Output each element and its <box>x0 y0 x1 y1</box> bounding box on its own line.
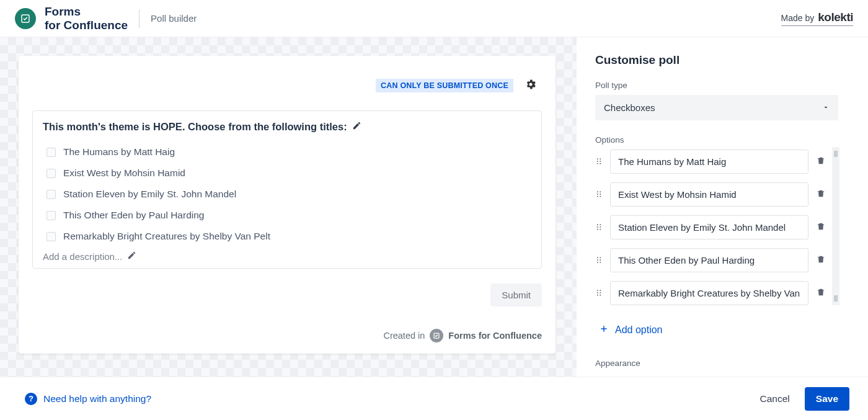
option-edit-row <box>595 281 826 305</box>
trash-icon[interactable] <box>816 254 826 267</box>
options-editor <box>595 150 838 305</box>
checkbox[interactable] <box>46 148 56 157</box>
poll-type-label: Poll type <box>595 81 838 90</box>
options-label: Options <box>595 135 838 145</box>
poll-option[interactable]: Station Eleven by Emily St. John Mandel <box>43 184 531 205</box>
svg-point-26 <box>597 290 598 291</box>
svg-point-3 <box>600 158 601 159</box>
svg-point-27 <box>600 290 601 291</box>
poll-type-select-wrap: Checkboxes <box>595 95 838 120</box>
app-title-line2: for Confluence <box>45 19 128 32</box>
trash-icon[interactable] <box>816 287 826 300</box>
sidebar-title: Customise poll <box>595 53 838 67</box>
svg-point-10 <box>597 194 598 195</box>
option-input[interactable] <box>610 248 808 272</box>
option-input[interactable] <box>610 281 808 305</box>
svg-point-14 <box>597 224 598 225</box>
drag-handle-icon[interactable] <box>595 189 603 200</box>
created-in-app: Forms for Confluence <box>448 331 542 341</box>
option-label: Remarkably Bright Creatures by Shelby Va… <box>63 231 270 242</box>
made-by-link[interactable]: Made by kolekti <box>781 11 853 26</box>
svg-point-6 <box>597 163 598 164</box>
svg-point-28 <box>597 292 598 293</box>
customise-sidebar[interactable]: Customise poll Poll type Checkboxes Opti… <box>577 37 868 377</box>
option-input[interactable] <box>610 215 808 239</box>
pencil-icon[interactable] <box>352 121 361 133</box>
add-option-button[interactable]: Add option <box>595 314 838 346</box>
options-scrollbar[interactable] <box>832 147 839 305</box>
trash-icon[interactable] <box>816 189 826 201</box>
drag-handle-icon[interactable] <box>595 255 603 266</box>
trash-icon[interactable] <box>816 156 826 168</box>
question-box[interactable]: This month's theme is HOPE. Choose from … <box>32 110 542 269</box>
app-title-line1: Forms <box>45 5 128 19</box>
created-in-prefix: Created in <box>383 331 425 341</box>
footer-actions: Cancel Save <box>756 387 849 411</box>
card-topbar: CAN ONLY BE SUBMITTED ONCE <box>32 78 542 93</box>
svg-point-4 <box>597 161 598 162</box>
svg-point-29 <box>600 292 601 293</box>
help-link[interactable]: ? Need help with anything? <box>25 393 151 405</box>
poll-card: CAN ONLY BE SUBMITTED ONCE This month's … <box>19 56 556 354</box>
divider <box>139 9 140 28</box>
chevron-down-icon <box>822 102 830 113</box>
poll-type-value: Checkboxes <box>604 102 655 113</box>
svg-point-11 <box>600 194 601 195</box>
submit-button[interactable]: Submit <box>490 284 542 306</box>
app-title: Forms for Confluence <box>45 5 128 32</box>
drag-handle-icon[interactable] <box>595 288 603 299</box>
header: Forms for Confluence Poll builder Made b… <box>0 0 868 37</box>
save-button[interactable]: Save <box>805 387 849 411</box>
made-by-label: Made by <box>781 13 815 23</box>
main: CAN ONLY BE SUBMITTED ONCE This month's … <box>0 37 868 377</box>
poll-option[interactable]: The Humans by Matt Haig <box>43 141 531 163</box>
svg-point-23 <box>600 259 601 261</box>
option-edit-row <box>595 215 826 239</box>
svg-point-5 <box>600 161 601 162</box>
option-label: Station Eleven by Emily St. John Mandel <box>63 189 236 200</box>
checkbox[interactable] <box>46 232 56 241</box>
svg-point-30 <box>597 294 598 295</box>
checkbox[interactable] <box>46 211 56 220</box>
svg-point-15 <box>600 224 601 225</box>
svg-point-8 <box>597 191 598 192</box>
checkbox[interactable] <box>46 190 56 199</box>
preview-area[interactable]: CAN ONLY BE SUBMITTED ONCE This month's … <box>0 37 577 377</box>
cancel-button[interactable]: Cancel <box>756 387 794 411</box>
description-text: Add a description... <box>43 251 122 262</box>
svg-point-31 <box>600 294 601 295</box>
svg-point-17 <box>600 226 601 228</box>
question-text: This month's theme is HOPE. Choose from … <box>43 121 347 133</box>
drag-handle-icon[interactable] <box>595 156 603 168</box>
svg-point-22 <box>597 259 598 261</box>
description-placeholder[interactable]: Add a description... <box>43 251 531 262</box>
svg-point-7 <box>600 163 601 164</box>
option-input[interactable] <box>610 182 808 207</box>
appearance-label: Appearance <box>595 359 838 368</box>
submit-once-badge: CAN ONLY BE SUBMITTED ONCE <box>376 79 513 92</box>
breadcrumb: Poll builder <box>151 13 197 24</box>
pencil-icon[interactable] <box>127 251 136 262</box>
submit-button-wrap: Submit <box>32 284 542 306</box>
svg-point-20 <box>597 257 598 258</box>
app-logo-small-icon <box>430 329 443 342</box>
gear-icon[interactable] <box>525 78 537 93</box>
option-label: Exist West by Mohsin Hamid <box>63 168 185 179</box>
brand-name: kolekti <box>818 11 853 24</box>
drag-handle-icon[interactable] <box>595 222 603 233</box>
question-title[interactable]: This month's theme is HOPE. Choose from … <box>43 121 531 133</box>
poll-option[interactable]: Exist West by Mohsin Hamid <box>43 163 531 184</box>
checkbox[interactable] <box>46 169 56 178</box>
svg-point-18 <box>597 228 598 230</box>
poll-option[interactable]: This Other Eden by Paul Harding <box>43 205 531 226</box>
option-label: The Humans by Matt Haig <box>63 146 175 158</box>
option-label: This Other Eden by Paul Harding <box>63 210 204 221</box>
add-option-label: Add option <box>615 324 663 336</box>
option-input[interactable] <box>610 150 808 174</box>
svg-point-13 <box>600 195 601 197</box>
trash-icon[interactable] <box>816 221 826 234</box>
footer: ? Need help with anything? Cancel Save <box>0 377 868 420</box>
poll-option[interactable]: Remarkably Bright Creatures by Shelby Va… <box>43 226 531 247</box>
svg-point-25 <box>600 261 601 262</box>
poll-type-select[interactable]: Checkboxes <box>595 95 838 120</box>
